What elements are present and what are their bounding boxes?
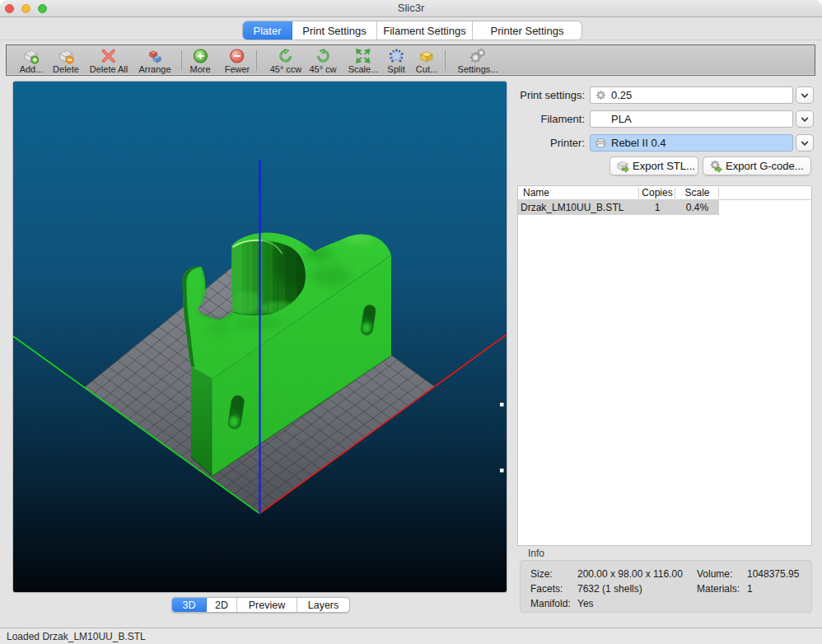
export-gcode-icon: [709, 160, 722, 173]
export-stl-icon: [616, 160, 629, 173]
settings-row-filament: Filament: PLA: [511, 110, 815, 128]
print-settings-dropdown-button[interactable]: [796, 86, 814, 104]
object-name-cell: Drzak_LM10UU_B.STL: [521, 202, 624, 214]
status-message: Loaded Drzak_LM10UU_B.STL: [7, 631, 146, 642]
settings-row-label: Filament:: [541, 113, 585, 125]
settings-row-printer: Printer: Rebel II 0.4: [511, 134, 815, 152]
toolbar-button-label: Delete: [53, 64, 79, 74]
add-object-icon: [23, 48, 40, 64]
object-row-selected[interactable]: Drzak_LM10UU_B.STL 1 0.4%: [518, 200, 719, 215]
view-tab-2d[interactable]: 2D: [207, 598, 237, 612]
combo-value: Rebel II 0.4: [611, 137, 666, 149]
toolbar-button-label: 45° ccw: [270, 64, 302, 74]
delete-all-icon: [100, 48, 117, 64]
printer-icon: [595, 137, 607, 149]
toolbar-button-more[interactable]: More: [189, 48, 210, 74]
info-panel: Size: 200.00 x 98.00 x 116.00 Volume: 10…: [520, 560, 812, 613]
column-header-name[interactable]: Name: [523, 187, 549, 199]
toolbar-button-delete-object[interactable]: Delete: [53, 48, 79, 74]
title-bar: Slic3r: [0, 0, 822, 17]
toolbar-button-label: Settings...: [458, 64, 498, 74]
info-materials-value: 1: [747, 583, 753, 595]
toolbar-separator: [256, 50, 257, 71]
info-materials-label: Materials:: [697, 583, 740, 595]
chevron-down-icon: [796, 89, 813, 102]
toolbar-button-arrange[interactable]: Arrange: [138, 48, 170, 74]
toolbar-button-label: Delete All: [90, 64, 128, 74]
tab-print-settings[interactable]: Print Settings: [292, 21, 377, 40]
3d-viewport[interactable]: [12, 81, 507, 593]
toolbar-button-label: 45° cw: [309, 64, 336, 74]
slic3r-window: Slic3r Plater Print Settings Filament Se…: [0, 0, 822, 644]
export-stl-button[interactable]: Export STL...: [609, 156, 698, 175]
info-facets-value: 7632 (1 shells): [577, 583, 642, 595]
object-list[interactable]: Name Copies Scale Drzak_LM10UU_B.STL 1 0…: [517, 185, 812, 546]
printer-dropdown-button[interactable]: [796, 134, 814, 152]
info-size-label: Size:: [530, 568, 553, 580]
view-tab-label: Preview: [249, 600, 285, 611]
tab-label: Print Settings: [302, 25, 366, 37]
combo-value: PLA: [611, 113, 632, 125]
view-tab-3d[interactable]: 3D: [172, 598, 207, 612]
column-header-copies[interactable]: Copies: [639, 187, 675, 199]
print-settings-combobox[interactable]: 0.25: [590, 86, 793, 104]
column-header-scale[interactable]: Scale: [675, 187, 719, 199]
printer-combobox[interactable]: Rebel II 0.4: [590, 134, 793, 152]
more-icon: [192, 48, 208, 64]
info-manifold-label: Manifold:: [530, 598, 571, 609]
sash-handle-dot[interactable]: [500, 403, 504, 407]
toolbar-button-delete-all[interactable]: Delete All: [90, 48, 128, 74]
main-tab-bar: Plater Print Settings Filament Settings …: [242, 21, 582, 40]
scale-icon: [355, 48, 371, 64]
cut-icon: [418, 48, 435, 64]
view-tab-layers[interactable]: Layers: [297, 598, 349, 612]
tab-printer-settings[interactable]: Printer Settings: [473, 21, 581, 40]
tab-label: Plater: [254, 25, 282, 37]
sash-handle-dot[interactable]: [500, 469, 504, 473]
settings-row-print-settings: Print settings: 0.25: [511, 86, 815, 104]
toolbar-button-split[interactable]: Split: [387, 48, 404, 74]
toolbar-button-fewer[interactable]: Fewer: [225, 48, 250, 74]
status-bar: Loaded Drzak_LM10UU_B.STL: [0, 628, 822, 644]
column-separator: [638, 188, 639, 198]
filament-combobox[interactable]: PLA: [590, 110, 793, 128]
settings-icon: [469, 48, 486, 64]
window-title: Slic3r: [0, 0, 822, 17]
toolbar-button-add-object[interactable]: Add...: [20, 48, 44, 74]
info-facets-label: Facets:: [530, 583, 563, 595]
settings-row-label: Printer:: [550, 137, 585, 149]
gear-icon: [595, 89, 607, 101]
view-tab-label: 3D: [183, 600, 196, 611]
export-stl-label: Export STL...: [633, 160, 695, 172]
delete-object-icon: [58, 48, 74, 64]
split-icon: [388, 48, 404, 64]
tab-label: Filament Settings: [383, 25, 465, 37]
toolbar-button-rotate-ccw[interactable]: 45° ccw: [270, 48, 302, 74]
combo-spacer: [595, 113, 607, 125]
export-gcode-label: Export G-code...: [726, 160, 804, 172]
rotate-cw-icon: [315, 48, 331, 64]
3d-canvas[interactable]: [13, 82, 507, 592]
view-tab-preview[interactable]: Preview: [237, 598, 297, 612]
column-separator: [718, 188, 719, 198]
settings-row-label: Print settings:: [520, 89, 585, 101]
toolbar-button-cut[interactable]: Cut...: [416, 48, 437, 74]
object-list-header: Name Copies Scale: [518, 186, 811, 200]
combo-value: 0.25: [611, 89, 632, 101]
tab-filament-settings[interactable]: Filament Settings: [377, 21, 473, 40]
tab-label: Printer Settings: [491, 25, 564, 37]
object-copies-cell: 1: [639, 202, 675, 214]
toolbar-separator: [181, 50, 182, 71]
toolbar-button-label: Arrange: [138, 64, 170, 74]
toolbar-button-scale[interactable]: Scale...: [348, 48, 379, 74]
toolbar-button-settings[interactable]: Settings...: [458, 48, 498, 74]
toolbar-button-label: Scale...: [348, 64, 379, 74]
export-gcode-button[interactable]: Export G-code...: [703, 156, 811, 175]
view-tab-label: Layers: [308, 600, 339, 611]
object-scale-cell: 0.4%: [675, 202, 719, 214]
tab-plater[interactable]: Plater: [243, 21, 292, 40]
filament-dropdown-button[interactable]: [796, 110, 814, 128]
info-group-title: Info: [528, 548, 544, 559]
toolbar-button-rotate-cw[interactable]: 45° cw: [309, 48, 336, 74]
info-volume-value: 1048375.95: [747, 568, 799, 580]
